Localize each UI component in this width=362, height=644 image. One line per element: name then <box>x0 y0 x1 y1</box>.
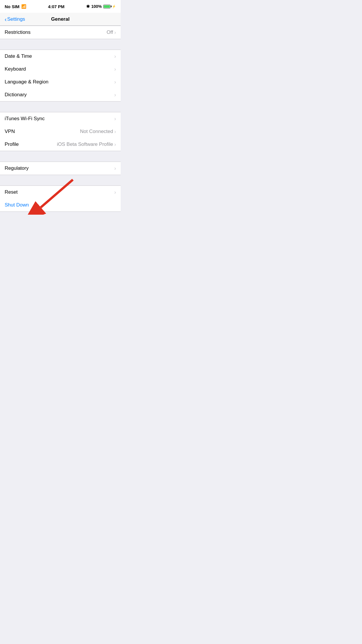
restrictions-right: Off › <box>107 29 116 36</box>
profile-right: iOS Beta Software Profile › <box>57 141 116 148</box>
separator-1 <box>0 39 121 50</box>
date-time-right: › <box>114 53 116 60</box>
itunes-chevron-icon: › <box>114 116 116 122</box>
regulatory-label: Regulatory <box>5 165 29 171</box>
status-right: ✱ 100% ⚡ <box>86 4 116 9</box>
charging-icon: ⚡ <box>112 5 116 8</box>
section-restrictions: Restrictions Off › <box>0 26 121 39</box>
back-label: Settings <box>7 16 25 22</box>
profile-value: iOS Beta Software Profile <box>57 141 113 147</box>
vpn-chevron-icon: › <box>114 129 116 135</box>
section-regulatory: Regulatory › <box>0 162 121 175</box>
wifi-icon: 📶 <box>21 4 26 9</box>
profile-item[interactable]: Profile iOS Beta Software Profile › <box>0 138 121 151</box>
shut-down-item[interactable]: Shut Down <box>0 199 121 211</box>
keyboard-item[interactable]: Keyboard › <box>0 63 121 76</box>
date-time-chevron-icon: › <box>114 53 116 60</box>
back-button[interactable]: ‹ Settings <box>2 14 27 24</box>
itunes-wifi-sync-item[interactable]: iTunes Wi-Fi Sync › <box>0 112 121 125</box>
dictionary-right: › <box>114 92 116 98</box>
language-region-chevron-icon: › <box>114 79 116 85</box>
keyboard-label: Keyboard <box>5 66 26 72</box>
reset-item[interactable]: Reset › <box>0 186 121 199</box>
section-datetime: Date & Time › Keyboard › Language & Regi… <box>0 50 121 102</box>
reset-right: › <box>114 189 116 195</box>
dictionary-chevron-icon: › <box>114 92 116 98</box>
battery-icon <box>103 5 110 8</box>
restrictions-chevron-icon: › <box>114 29 116 36</box>
restrictions-label: Restrictions <box>5 29 31 35</box>
profile-label: Profile <box>5 141 19 147</box>
itunes-wifi-sync-right: › <box>114 116 116 122</box>
bottom-padding <box>0 212 121 223</box>
separator-2 <box>0 102 121 112</box>
section-reset: Reset › Shut Down <box>0 186 121 212</box>
reset-chevron-icon: › <box>114 189 116 195</box>
separator-4 <box>0 175 121 186</box>
vpn-label: VPN <box>5 129 15 134</box>
bluetooth-icon: ✱ <box>86 4 90 9</box>
language-region-right: › <box>114 79 116 85</box>
separator-3 <box>0 151 121 162</box>
itunes-wifi-sync-label: iTunes Wi-Fi Sync <box>5 116 45 122</box>
page-title: General <box>51 16 69 22</box>
back-chevron-icon: ‹ <box>5 16 7 22</box>
regulatory-right: › <box>114 165 116 172</box>
vpn-right: Not Connected › <box>80 129 116 135</box>
regulatory-item[interactable]: Regulatory › <box>0 162 121 175</box>
language-region-item[interactable]: Language & Region › <box>0 76 121 88</box>
date-time-item[interactable]: Date & Time › <box>0 50 121 63</box>
restrictions-item[interactable]: Restrictions Off › <box>0 26 121 39</box>
status-time: 4:07 PM <box>48 4 65 9</box>
shut-down-label: Shut Down <box>5 202 29 208</box>
arrow-container: Reset › Shut Down <box>0 186 121 212</box>
status-bar: No SIM 📶 4:07 PM ✱ 100% ⚡ <box>0 0 121 13</box>
vpn-value: Not Connected <box>80 129 113 134</box>
status-left: No SIM 📶 <box>5 4 26 9</box>
dictionary-label: Dictionary <box>5 92 27 98</box>
carrier-label: No SIM <box>5 4 20 9</box>
reset-label: Reset <box>5 189 17 195</box>
battery-percent: 100% <box>91 4 102 9</box>
profile-chevron-icon: › <box>114 141 116 148</box>
keyboard-chevron-icon: › <box>114 66 116 72</box>
vpn-item[interactable]: VPN Not Connected › <box>0 125 121 138</box>
keyboard-right: › <box>114 66 116 72</box>
page-wrapper: No SIM 📶 4:07 PM ✱ 100% ⚡ ‹ Settings Gen… <box>0 0 121 223</box>
section-itunes: iTunes Wi-Fi Sync › VPN Not Connected › … <box>0 112 121 151</box>
regulatory-chevron-icon: › <box>114 165 116 172</box>
nav-bar: ‹ Settings General <box>0 13 121 26</box>
dictionary-item[interactable]: Dictionary › <box>0 88 121 101</box>
restrictions-value: Off <box>107 29 113 35</box>
language-region-label: Language & Region <box>5 79 48 85</box>
date-time-label: Date & Time <box>5 53 32 59</box>
